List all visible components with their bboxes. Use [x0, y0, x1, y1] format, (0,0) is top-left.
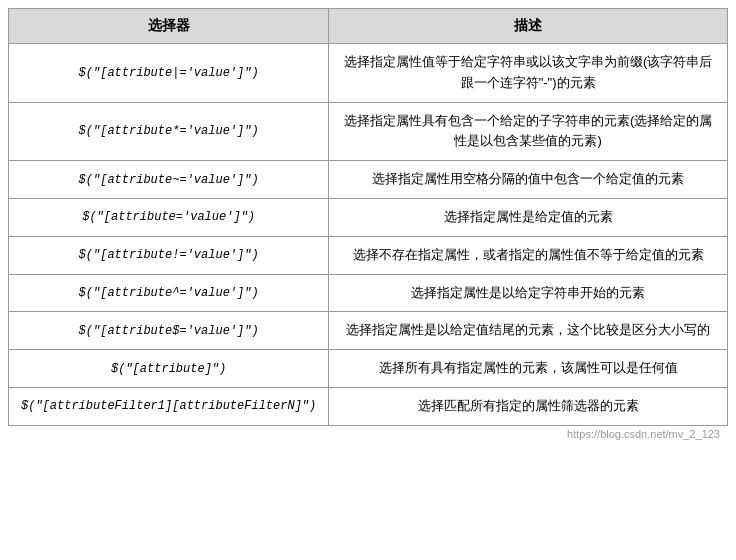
cell-selector: $("[attribute!='value']") — [9, 236, 329, 274]
table-header-row: 选择器 描述 — [9, 9, 728, 44]
cell-description: 选择所有具有指定属性的元素，该属性可以是任何值 — [329, 350, 728, 388]
cell-selector: $("[attribute='value']") — [9, 198, 329, 236]
cell-description: 选择指定属性值等于给定字符串或以该文字串为前缀(该字符串后跟一个连字符"-")的… — [329, 44, 728, 103]
cell-selector: $("[attribute*='value']") — [9, 102, 329, 161]
cell-description: 选择指定属性是以给定字符串开始的元素 — [329, 274, 728, 312]
cell-selector: $("[attribute]") — [9, 350, 329, 388]
main-container: 选择器 描述 $("[attribute|='value']")选择指定属性值等… — [0, 0, 736, 450]
table-row: $("[attribute$='value']")选择指定属性是以给定值结尾的元… — [9, 312, 728, 350]
cell-selector: $("[attribute^='value']") — [9, 274, 329, 312]
table-row: $("[attribute|='value']")选择指定属性值等于给定字符串或… — [9, 44, 728, 103]
table-row: $("[attributeFilter1][attributeFilterN]"… — [9, 387, 728, 425]
table-row: $("[attribute!='value']")选择不存在指定属性，或者指定的… — [9, 236, 728, 274]
cell-description: 选择指定属性是以给定值结尾的元素，这个比较是区分大小写的 — [329, 312, 728, 350]
cell-description: 选择指定属性是给定值的元素 — [329, 198, 728, 236]
cell-selector: $("[attribute~='value']") — [9, 161, 329, 199]
table-row: $("[attribute]")选择所有具有指定属性的元素，该属性可以是任何值 — [9, 350, 728, 388]
cell-description: 选择不存在指定属性，或者指定的属性值不等于给定值的元素 — [329, 236, 728, 274]
selector-table: 选择器 描述 $("[attribute|='value']")选择指定属性值等… — [8, 8, 728, 426]
cell-description: 选择匹配所有指定的属性筛选器的元素 — [329, 387, 728, 425]
header-selector: 选择器 — [9, 9, 329, 44]
cell-selector: $("[attributeFilter1][attributeFilterN]"… — [9, 387, 329, 425]
table-row: $("[attribute^='value']")选择指定属性是以给定字符串开始… — [9, 274, 728, 312]
cell-selector: $("[attribute|='value']") — [9, 44, 329, 103]
table-row: $("[attribute~='value']")选择指定属性用空格分隔的值中包… — [9, 161, 728, 199]
table-row: $("[attribute='value']")选择指定属性是给定值的元素 — [9, 198, 728, 236]
cell-description: 选择指定属性具有包含一个给定的子字符串的元素(选择给定的属性是以包含某些值的元素… — [329, 102, 728, 161]
cell-description: 选择指定属性用空格分隔的值中包含一个给定值的元素 — [329, 161, 728, 199]
header-description: 描述 — [329, 9, 728, 44]
watermark-text: https://blog.csdn.net/mv_2_123 — [8, 426, 728, 442]
table-row: $("[attribute*='value']")选择指定属性具有包含一个给定的… — [9, 102, 728, 161]
cell-selector: $("[attribute$='value']") — [9, 312, 329, 350]
